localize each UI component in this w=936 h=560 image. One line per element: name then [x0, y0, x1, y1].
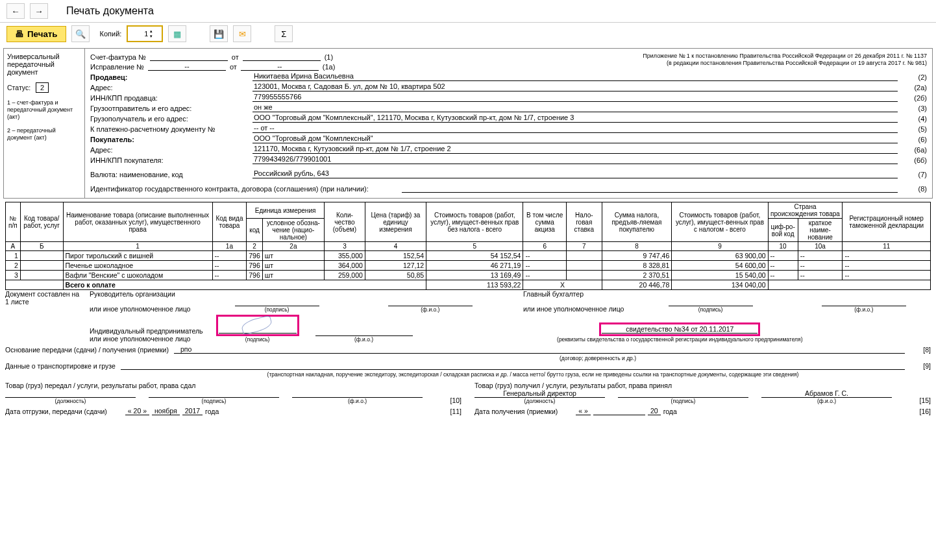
d-year: 2017 [182, 407, 203, 415]
contract-lbl: Идентификатор государственного контракта… [90, 185, 402, 193]
or-auth3: или иное уполномоченное лицо [90, 335, 203, 343]
preview-button[interactable]: 🔍 [71, 25, 90, 42]
legal-block: Приложение № 1 к постановлению Правитель… [509, 53, 928, 72]
tr-lbl: Данные о транспортировке и грузе [5, 362, 121, 370]
sf-no [150, 53, 228, 61]
c4: (4) [898, 115, 927, 123]
b-c15: [15] [905, 396, 931, 404]
signature-image [238, 317, 277, 332]
buyer-addr: 121170, Москва г, Кутузовский пр-кт, дом… [252, 145, 898, 154]
copies-spinner[interactable]: ▴▾ [127, 25, 163, 42]
total-tax: 20 446,78 [602, 280, 672, 290]
c2a: (2а) [898, 84, 927, 91]
addr-lbl: Адрес: [90, 84, 252, 91]
th-cg: Код товара/ работ, услуг [20, 202, 63, 242]
buyer-inn: 7799434926/779901001 [252, 155, 898, 164]
table-row: 1Пирог тирольский с вишней--796шт355,000… [6, 251, 931, 261]
action-toolbar: 🖶 Печать 🔍 Копий: ▴▾ ▦ 💾 ✉ Σ [0, 23, 936, 45]
signature-block: Документ составлен на 1 листе Руководите… [5, 290, 931, 343]
copies-label: Копий: [100, 30, 122, 38]
doc-sidebar: Универсальный передаточный документ Стат… [4, 49, 85, 198]
legal1: Приложение № 1 к постановлению Правитель… [509, 53, 928, 60]
status-label: Статус: [7, 84, 31, 91]
buyer-lbl: Покупатель: [90, 136, 134, 143]
recv-date-lbl: Дата получения (приемки) [474, 408, 558, 415]
certificate-highlight: свидетельство №34 от 20.11.2017 [599, 323, 760, 336]
c2b: (2б) [898, 94, 927, 102]
save-button[interactable]: 💾 [210, 25, 228, 42]
table-row: 3Вафли "Венские" с шоколадом--796шт259,0… [6, 271, 931, 280]
printer-icon: 🖶 [15, 29, 23, 39]
th-un: условное обозна-чение (нацио-нальное) [262, 219, 324, 242]
base-val: рпо [174, 345, 905, 354]
signature-highlight [216, 315, 299, 336]
consignee: ООО "Торговый дом "Комплексный", 121170,… [252, 114, 898, 123]
document: Универсальный передаточный документ Стат… [3, 48, 933, 199]
c2: (2) [898, 73, 927, 81]
from1: от [232, 53, 239, 61]
th-unit: Единица измерения [247, 202, 325, 219]
d-day2: « » [576, 407, 591, 415]
chief-acc: Главный бухгалтер [523, 290, 931, 298]
d-month: ноября [152, 407, 180, 415]
legal2: (в редакции постановления Правительства … [509, 60, 928, 67]
sf-label: Счет-фактура № [90, 53, 146, 61]
th-tax: Сумма налога, предъяв-ляемая покупателю [602, 202, 672, 242]
got-lbl: Товар (груз) получил / услуги, результат… [474, 382, 931, 389]
spin-down[interactable]: ▾ [150, 34, 159, 39]
b-c8: [8] [905, 346, 931, 354]
note1: 1 – счет-фактура и передаточный документ… [7, 99, 81, 121]
fio1: (ф.и.о.) [363, 306, 497, 313]
th-tot: Стоимость товаров (работ, услуг), имущес… [672, 202, 768, 242]
ship-date-lbl: Дата отгрузки, передачи (сдачи) [5, 408, 107, 415]
d-year2: 20 [648, 407, 661, 415]
contract [402, 184, 898, 193]
th-cn: краткое наиме-нование [798, 219, 843, 242]
sb-l2: передаточный [7, 60, 81, 68]
total-cost: 113 593,22 [426, 280, 523, 290]
copies-input[interactable] [128, 30, 150, 38]
c7: (7) [898, 171, 927, 178]
or-auth2: или иное уполномоченное лицо [523, 305, 624, 313]
th-decl: Регистрационный номер таможенной деклара… [843, 202, 931, 242]
or-auth1: или иное уполномоченное лицо [90, 305, 190, 313]
sum-button[interactable]: Σ [275, 25, 293, 42]
fix-label: Исправление № [90, 63, 144, 71]
c6a: (6а) [898, 146, 927, 154]
doc-main: Счет-фактура № от (1) Исправление № -- о… [85, 49, 932, 198]
grid-button[interactable]: ▦ [168, 25, 186, 42]
c5: (5) [898, 125, 927, 133]
th-name: Наименование товара (описание выполненны… [63, 202, 212, 242]
doc-composed: Документ составлен на [5, 290, 87, 298]
mail-button[interactable]: ✉ [233, 25, 251, 42]
th-rate: Нало-говая ставка [566, 202, 602, 242]
items-table: № п/п Код товара/ работ, услуг Наименова… [5, 202, 931, 290]
sb-l1: Универсальный [7, 53, 81, 60]
seller: Никитаева Ирина Васильевна [252, 72, 898, 81]
th-cost: Стоимость товаров (работ, услуг), имущес… [426, 202, 523, 242]
tr-val [121, 361, 905, 370]
print-button[interactable]: 🖶 Печать [6, 26, 66, 42]
paydoc-lbl: К платежно-расчетному документу № [90, 125, 252, 133]
th-uc: код [247, 219, 263, 242]
forward-button[interactable]: → [30, 3, 48, 19]
addr-lbl2: Адрес: [90, 146, 252, 154]
pages: 1 листе [5, 298, 87, 306]
back-button[interactable]: ← [6, 3, 25, 19]
b-c16: [16] [919, 408, 931, 415]
b-c11: [11] [450, 408, 462, 415]
total-all: 134 040,00 [672, 280, 768, 290]
fix-no: -- [148, 62, 226, 71]
abramov: Абрамов Г. С. [761, 389, 892, 398]
shipper: он же [252, 103, 898, 112]
seller-addr: 123001, Москва г, Садовая Б. ул, дом № 1… [252, 82, 898, 91]
d-month2 [593, 407, 645, 415]
page-title: Печать документа [66, 5, 154, 17]
th-exc: В том числе сумма акциза [523, 202, 566, 242]
spin-up[interactable]: ▴ [150, 29, 159, 34]
ip-label: Индивидуальный предприниматель [90, 327, 203, 335]
status-value: 2 [36, 82, 49, 93]
shipper-lbl: Грузоотправитель и его адрес: [90, 104, 252, 112]
th-price: Цена (тариф) за единицу измерения [365, 202, 426, 242]
th-no: № п/п [6, 202, 21, 242]
